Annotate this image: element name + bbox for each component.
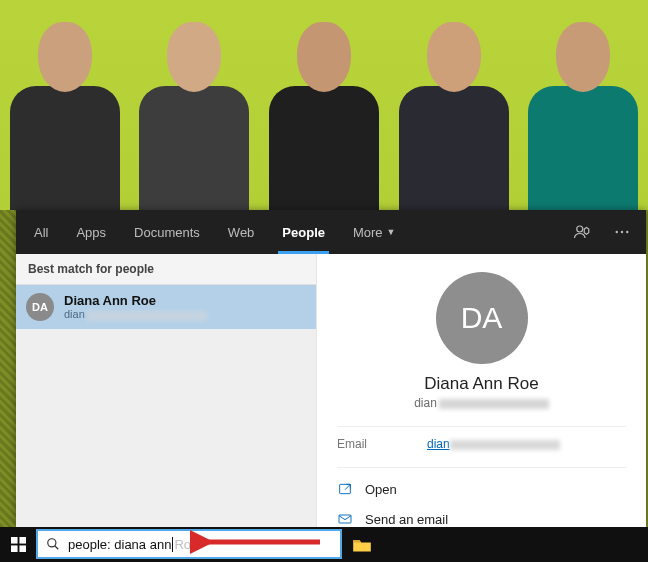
- results-section-header: Best match for people: [16, 254, 316, 285]
- folder-icon: [352, 537, 372, 553]
- email-label: Email: [337, 437, 397, 451]
- result-subtext: dian: [64, 308, 207, 320]
- mail-icon: [337, 511, 353, 527]
- contact-name: Diana Ann Roe: [337, 374, 626, 394]
- send-email-label: Send an email: [365, 512, 448, 527]
- email-value[interactable]: dian: [427, 437, 560, 451]
- svg-point-3: [626, 231, 628, 233]
- tab-all[interactable]: All: [20, 210, 62, 254]
- tab-more-label: More: [353, 225, 383, 240]
- avatar: DA: [26, 293, 54, 321]
- svg-point-2: [621, 231, 623, 233]
- send-email-action[interactable]: Send an email: [337, 504, 626, 527]
- open-action[interactable]: Open: [337, 474, 626, 504]
- text-caret: [172, 537, 173, 552]
- avatar: DA: [436, 272, 528, 364]
- tab-apps[interactable]: Apps: [62, 210, 120, 254]
- search-results-panel: All Apps Documents Web People More ▼ Bes…: [16, 210, 646, 527]
- start-button[interactable]: [0, 527, 36, 562]
- svg-rect-9: [19, 537, 26, 544]
- contact-subtext: dian: [337, 396, 626, 410]
- feedback-icon[interactable]: [562, 223, 602, 241]
- search-icon: [38, 537, 68, 551]
- tab-documents[interactable]: Documents: [120, 210, 214, 254]
- search-autocomplete-ghost: Roe: [174, 537, 198, 552]
- result-name: Diana Ann Roe: [64, 293, 207, 308]
- open-label: Open: [365, 482, 397, 497]
- chevron-down-icon: ▼: [387, 227, 396, 237]
- tab-people[interactable]: People: [268, 210, 339, 254]
- results-list: Best match for people DA Diana Ann Roe d…: [16, 254, 316, 527]
- search-filter-tabbar: All Apps Documents Web People More ▼: [16, 210, 646, 254]
- tab-web[interactable]: Web: [214, 210, 269, 254]
- svg-point-1: [616, 231, 618, 233]
- file-explorer-taskbar-icon[interactable]: [342, 527, 382, 562]
- svg-rect-10: [11, 545, 18, 552]
- windows-logo-icon: [11, 537, 26, 552]
- search-typed-text: people: diana ann: [68, 537, 171, 552]
- result-item[interactable]: DA Diana Ann Roe dian: [16, 285, 316, 329]
- wallpaper-photo: [0, 0, 648, 210]
- svg-point-12: [48, 539, 56, 547]
- svg-rect-8: [11, 537, 18, 544]
- open-icon: [337, 481, 353, 497]
- detail-pane: DA Diana Ann Roe dian Email dian Open Se…: [316, 254, 646, 527]
- search-input[interactable]: people: diana ann Roe: [36, 529, 342, 559]
- email-field-row: Email dian: [337, 426, 626, 461]
- svg-point-0: [577, 226, 583, 232]
- tab-more[interactable]: More ▼: [339, 210, 410, 254]
- more-options-icon[interactable]: [602, 223, 642, 241]
- svg-rect-5: [339, 515, 351, 523]
- svg-rect-11: [19, 545, 26, 552]
